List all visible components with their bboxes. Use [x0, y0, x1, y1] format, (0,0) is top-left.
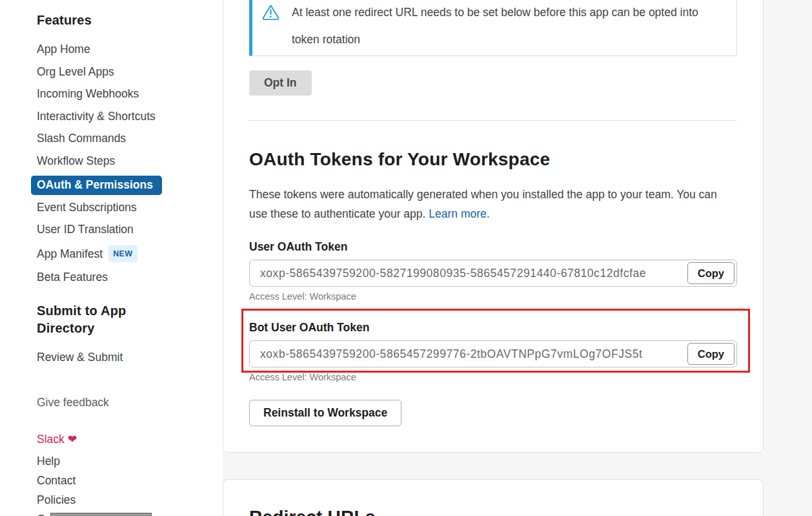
opt-in-button[interactable]: Opt In: [249, 70, 312, 96]
sidebar-item-org-level-apps[interactable]: Org Level Apps: [37, 65, 223, 79]
sidebar-item-user-id-translation[interactable]: User ID Translation: [37, 223, 223, 237]
sidebar-item-incoming-webhooks[interactable]: Incoming Webhooks: [37, 87, 223, 101]
sidebar-item-app-home[interactable]: App Home: [37, 43, 223, 57]
sidebar-item-workflow-steps[interactable]: Workflow Steps: [37, 154, 223, 169]
bot-token-section: Bot User OAuth Token xoxb-5865439759200-…: [249, 320, 737, 383]
section-divider: [249, 120, 737, 121]
redirect-urls-card: Redirect URLs: [223, 479, 764, 516]
oauth-permissions-card: At least one redirect URL needs to be se…: [223, 0, 764, 453]
copy-user-token-button[interactable]: Copy: [687, 262, 735, 284]
sidebar-item-event-subscriptions[interactable]: Event Subscriptions: [37, 201, 223, 215]
bot-user-oauth-token-label: Bot User OAuth Token: [249, 320, 737, 335]
user-oauth-token-field[interactable]: xoxp-5865439759200-5827199080935-5865457…: [249, 260, 737, 287]
warning-triangle-icon: [262, 4, 279, 23]
bot-token-access-level: Access Level: Workspace: [249, 372, 737, 383]
app-manifest-label: App Manifest: [37, 247, 103, 260]
oauth-tokens-heading: OAuth Tokens for Your Workspace: [249, 149, 737, 170]
user-oauth-token-label: User OAuth Token: [249, 240, 737, 254]
sidebar-heading-submit-to-app-directory: Submit to App Directory: [37, 302, 143, 337]
horizontal-scrollbar-thumb[interactable]: [50, 513, 152, 516]
user-oauth-token-value: xoxp-5865439759200-5827199080935-5865457…: [260, 267, 646, 280]
policies-link[interactable]: Policies: [37, 493, 223, 508]
sidebar-item-slash-commands[interactable]: Slash Commands: [37, 132, 223, 146]
help-link[interactable]: Help: [37, 455, 223, 469]
warning-message: At least one redirect URL needs to be se…: [292, 0, 705, 53]
copy-bot-token-button[interactable]: Copy: [687, 343, 735, 365]
sidebar-item-app-manifest[interactable]: App ManifestNEW: [37, 245, 223, 263]
reinstall-to-workspace-button[interactable]: Reinstall to Workspace: [249, 400, 401, 426]
redirect-urls-heading: Redirect URLs: [249, 507, 737, 516]
sidebar-item-review-submit[interactable]: Review & Submit: [37, 351, 223, 365]
sidebar-item-beta-features[interactable]: Beta Features: [37, 271, 223, 285]
give-feedback-link[interactable]: Give feedback: [37, 396, 223, 410]
new-badge: NEW: [108, 245, 137, 263]
bot-user-oauth-token-value: xoxb-5865439759200-5865457299776-2tbOAVT…: [260, 347, 642, 361]
oauth-tokens-description: These tokens were automatically generate…: [249, 185, 737, 223]
main-content: At least one redirect URL needs to be se…: [223, 0, 812, 516]
learn-more-link[interactable]: Learn more.: [429, 207, 489, 220]
sidebar-heading-features: Features: [37, 13, 223, 28]
sidebar-item-oauth-permissions[interactable]: OAuth & Permissions: [31, 176, 162, 195]
user-token-access-level: Access Level: Workspace: [249, 291, 737, 302]
contact-link[interactable]: Contact: [37, 474, 223, 488]
token-rotation-warning-callout: At least one redirect URL needs to be se…: [249, 0, 737, 56]
sidebar-item-interactivity-shortcuts[interactable]: Interactivity & Shortcuts: [37, 110, 223, 124]
slack-love-link[interactable]: Slack ❤: [37, 433, 223, 447]
bot-user-oauth-token-field[interactable]: xoxb-5865439759200-5865457299776-2tbOAVT…: [249, 340, 737, 367]
sidebar: Features App Home Org Level Apps Incomin…: [0, 0, 223, 516]
